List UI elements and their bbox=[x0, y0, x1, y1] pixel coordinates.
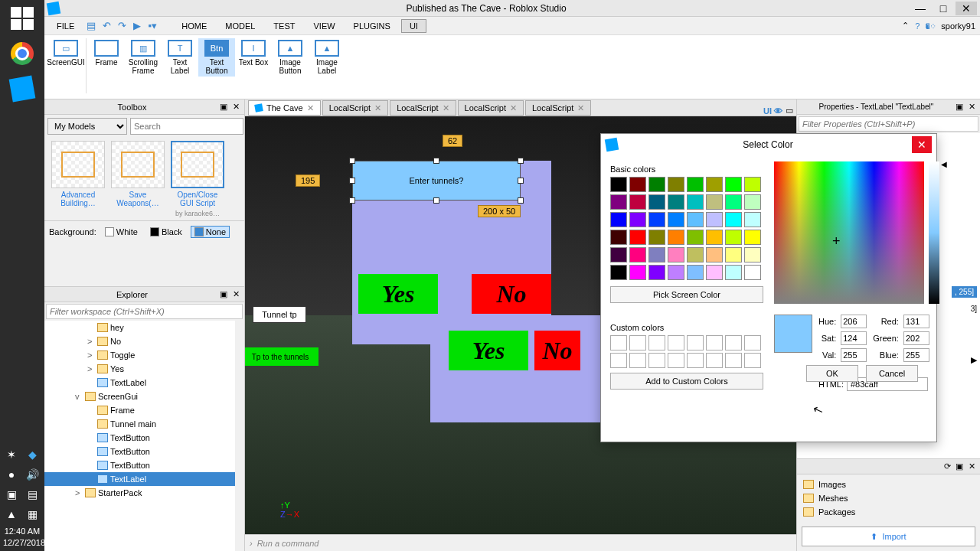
basic-color-swatch[interactable] bbox=[668, 247, 684, 262]
basic-color-swatch[interactable] bbox=[725, 177, 742, 192]
dropdown-icon[interactable]: ▪▾ bbox=[146, 20, 158, 32]
tray-chevron-icon[interactable]: ▲ bbox=[3, 506, 20, 523]
tree-row[interactable]: >StarterPack bbox=[44, 486, 244, 500]
bg-black[interactable]: Black bbox=[146, 226, 186, 238]
tab-model[interactable]: MODEL bbox=[217, 20, 263, 32]
doc-tab[interactable]: LocalScript✕ bbox=[458, 100, 524, 116]
no-button[interactable]: No bbox=[534, 331, 580, 370]
color-value[interactable]: , 255] bbox=[952, 286, 977, 298]
nav-arrow-icon[interactable]: ▶ bbox=[971, 355, 977, 365]
basic-color-swatch[interactable] bbox=[706, 230, 723, 245]
undock-icon[interactable]: ▣ bbox=[218, 289, 229, 300]
close-panel-icon[interactable]: ✕ bbox=[230, 289, 241, 300]
basic-color-swatch[interactable] bbox=[668, 212, 684, 227]
basic-color-swatch[interactable] bbox=[610, 194, 627, 210]
doc-tab[interactable]: LocalScript✕ bbox=[390, 100, 456, 116]
roblox-studio-icon[interactable] bbox=[4, 72, 41, 106]
basic-color-swatch[interactable] bbox=[687, 247, 704, 262]
asset-folder[interactable]: Meshes bbox=[803, 491, 974, 505]
basic-color-swatch[interactable] bbox=[668, 265, 684, 280]
basic-color-swatch[interactable] bbox=[629, 247, 646, 262]
bg-white[interactable]: White bbox=[101, 226, 142, 238]
val-input[interactable] bbox=[841, 348, 867, 362]
tree-row[interactable]: >No bbox=[44, 334, 244, 348]
toolbox-category-select[interactable]: My Models bbox=[47, 118, 127, 135]
redo-icon[interactable]: ↷ bbox=[116, 20, 128, 32]
custom-color-slot[interactable] bbox=[610, 335, 627, 350]
tab-view[interactable]: VIEW bbox=[305, 20, 342, 32]
no-button[interactable]: No bbox=[472, 274, 551, 314]
basic-color-swatch[interactable] bbox=[648, 212, 665, 227]
undock-icon[interactable]: ▣ bbox=[218, 102, 229, 112]
pick-screen-color-button[interactable]: Pick Screen Color bbox=[610, 286, 763, 303]
basic-color-swatch[interactable] bbox=[648, 230, 665, 245]
toolbox-search-input[interactable] bbox=[130, 118, 243, 135]
undo-icon[interactable]: ↶ bbox=[100, 20, 113, 32]
undock-icon[interactable]: ▣ bbox=[954, 461, 965, 472]
tree-row[interactable]: TextButton bbox=[44, 445, 244, 458]
tab-ui[interactable]: UI bbox=[401, 19, 426, 33]
ribbon-imagelabel[interactable]: ▲Image Label bbox=[309, 38, 345, 77]
ribbon-scrollingframe[interactable]: ▥Scrolling Frame bbox=[125, 38, 162, 77]
ribbon-frame[interactable]: Frame bbox=[88, 38, 125, 68]
resize-handle[interactable] bbox=[518, 158, 524, 164]
asset-folder[interactable]: Packages bbox=[803, 505, 974, 519]
tp-tunnels-button[interactable]: Tp to the tunnels bbox=[245, 347, 318, 366]
hue-input[interactable] bbox=[841, 315, 867, 328]
basic-color-swatch[interactable] bbox=[744, 247, 761, 262]
tree-row[interactable]: TextLabel bbox=[44, 376, 244, 390]
dialog-close-button[interactable]: ✕ bbox=[912, 136, 932, 153]
basic-color-swatch[interactable] bbox=[687, 212, 704, 227]
basic-color-swatch[interactable] bbox=[725, 212, 742, 227]
file-menu[interactable]: FILE bbox=[49, 20, 82, 32]
tab-home[interactable]: HOME bbox=[174, 20, 214, 32]
basic-color-swatch[interactable] bbox=[610, 247, 627, 262]
basic-color-swatch[interactable] bbox=[629, 177, 646, 192]
volume-icon[interactable]: 🔊 bbox=[24, 466, 41, 483]
tray-icon[interactable]: ◆ bbox=[24, 446, 41, 463]
basic-color-swatch[interactable] bbox=[629, 230, 646, 245]
maximize-button[interactable]: □ bbox=[933, 2, 954, 15]
new-icon[interactable]: ▤ bbox=[85, 20, 97, 32]
close-panel-icon[interactable]: ✕ bbox=[966, 461, 977, 472]
doc-tab[interactable]: The Cave✕ bbox=[248, 100, 321, 116]
tree-row[interactable]: vScreenGui bbox=[44, 390, 244, 403]
add-custom-color-button[interactable]: Add to Custom Colors bbox=[610, 373, 763, 390]
tab-plugins[interactable]: PLUGINS bbox=[346, 20, 398, 32]
ok-button[interactable]: OK bbox=[806, 365, 858, 382]
tree-row[interactable]: Tunnel main bbox=[44, 417, 244, 431]
basic-color-swatch[interactable] bbox=[744, 194, 761, 210]
asset-folder[interactable]: Images bbox=[803, 478, 974, 491]
doc-tab[interactable]: LocalScript✕ bbox=[525, 100, 591, 116]
undock-icon[interactable]: ▣ bbox=[954, 102, 965, 112]
basic-color-swatch[interactable] bbox=[629, 265, 646, 280]
taskbar-clock[interactable]: 12:40 AM 12/27/2018 bbox=[3, 526, 41, 548]
basic-color-swatch[interactable] bbox=[744, 212, 761, 227]
resize-handle[interactable] bbox=[349, 197, 355, 204]
basic-color-swatch[interactable] bbox=[687, 265, 704, 280]
resize-handle[interactable] bbox=[518, 178, 524, 184]
play-icon[interactable]: ▶ bbox=[131, 20, 143, 32]
close-panel-icon[interactable]: ✕ bbox=[230, 102, 241, 112]
red-input[interactable] bbox=[903, 315, 929, 328]
ribbon-textbox[interactable]: IText Box bbox=[235, 38, 272, 68]
ribbon-screengui[interactable]: ▭ScreenGUI bbox=[47, 38, 84, 68]
tree-row[interactable]: Frame bbox=[44, 403, 244, 417]
tree-row[interactable]: >Yes bbox=[44, 362, 244, 376]
chrome-icon[interactable] bbox=[4, 37, 41, 70]
basic-color-swatch[interactable] bbox=[668, 194, 684, 210]
tree-row[interactable]: TextButton bbox=[44, 431, 244, 445]
tunnel-tp-button[interactable]: Tunnel tp bbox=[253, 306, 306, 323]
minimize-button[interactable]: — bbox=[910, 2, 931, 15]
ui-visibility-toggle[interactable]: UI 👁 bbox=[763, 106, 782, 116]
basic-color-swatch[interactable] bbox=[648, 194, 665, 210]
scrollbar[interactable] bbox=[235, 321, 244, 551]
refresh-icon[interactable]: ⟳ bbox=[942, 461, 952, 472]
tree-row[interactable]: >Toggle bbox=[44, 348, 244, 362]
basic-color-swatch[interactable] bbox=[706, 194, 723, 210]
close-panel-icon[interactable]: ✕ bbox=[966, 102, 977, 112]
ribbon-textbutton[interactable]: BtnText Button bbox=[198, 38, 235, 77]
command-bar[interactable]: ›Run a command bbox=[245, 534, 796, 551]
collapse-ribbon-icon[interactable]: ⌃ bbox=[902, 21, 909, 31]
basic-color-swatch[interactable] bbox=[687, 177, 704, 192]
